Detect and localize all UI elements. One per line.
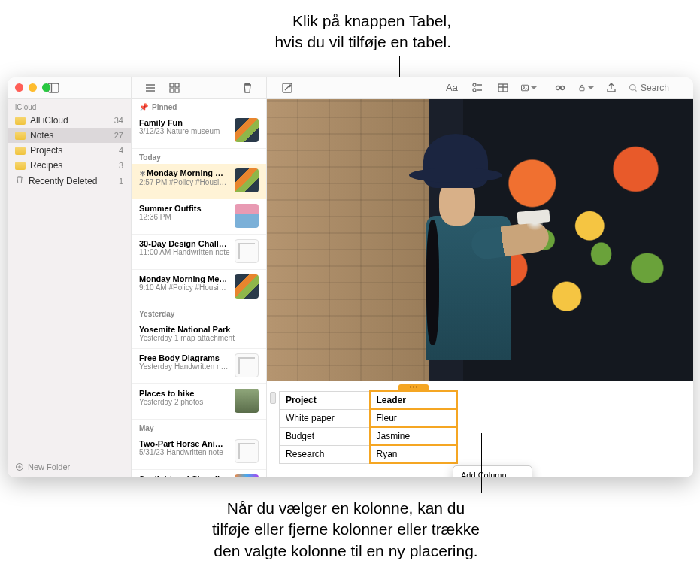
note-thumbnail: [235, 118, 259, 142]
format-button[interactable]: Aa: [444, 80, 460, 95]
table-row[interactable]: Research Ryan: [280, 445, 457, 463]
svg-rect-8: [175, 89, 179, 92]
menu-add-column-before[interactable]: Add Column Before: [453, 468, 532, 477]
note-thumbnail: [235, 239, 259, 263]
table-button[interactable]: [495, 80, 511, 95]
svg-point-10: [473, 83, 476, 86]
table-header-leader[interactable]: Leader: [370, 391, 457, 409]
callout-line-bottom: [481, 433, 482, 493]
note-title: Two-Part Horse Anima...: [139, 439, 230, 448]
folder-icon: [15, 147, 26, 155]
svg-rect-5: [170, 83, 174, 87]
table-header-project[interactable]: Project: [280, 391, 370, 409]
sidebar-item-label: Notes: [30, 130, 53, 141]
sidebar-item-label: Recipes: [30, 160, 62, 171]
folder-icon: [15, 132, 26, 140]
section-yesterday: Yesterday: [132, 305, 266, 320]
table-cell[interactable]: Budget: [280, 427, 370, 445]
svg-point-23: [630, 84, 636, 90]
folder-icon: [15, 162, 26, 170]
new-note-button[interactable]: [279, 80, 295, 95]
sidebar-item-all-icloud[interactable]: All iCloud 34: [8, 113, 131, 128]
note-item[interactable]: Places to hike Yesterday 2 photos: [132, 384, 266, 420]
svg-line-24: [635, 89, 636, 91]
table-cell[interactable]: Research: [280, 445, 370, 463]
sidebar-item-notes[interactable]: Notes 27: [8, 128, 131, 143]
table-column-handle[interactable]: [398, 384, 429, 390]
new-folder-button[interactable]: New Folder: [8, 456, 131, 477]
note-editor[interactable]: Project Leader White paper Fleur Budget …: [267, 99, 693, 477]
trash-icon: [15, 175, 24, 186]
note-list[interactable]: 📌 Pinned Family Fun 3/12/23 Nature museu…: [132, 99, 267, 477]
sidebar-item-label: All iCloud: [30, 115, 68, 126]
note-thumbnail: [235, 389, 259, 413]
note-item[interactable]: Yosemite National Park Yesterday 1 map a…: [132, 320, 266, 349]
share-button[interactable]: [603, 80, 620, 95]
note-item[interactable]: Free Body Diagrams Yesterday Handwritten…: [132, 349, 266, 384]
note-item[interactable]: Family Fun 3/12/23 Nature museum: [132, 114, 266, 149]
sidebar-item-count: 3: [119, 161, 123, 170]
note-table-area: Project Leader White paper Fleur Budget …: [267, 381, 693, 473]
note-meta: Yesterday 2 photos: [139, 398, 230, 406]
sidebar-item-count: 4: [119, 146, 123, 155]
svg-rect-6: [175, 83, 179, 87]
note-title: Sunlight and Circadian...: [139, 474, 230, 477]
note-meta: 3/12/23 Nature museum: [139, 127, 230, 135]
sidebar-item-count: 27: [114, 131, 123, 140]
media-button[interactable]: [520, 80, 537, 95]
sidebar-item-projects[interactable]: Projects 4: [8, 143, 131, 158]
fullscreen-window-button[interactable]: [42, 83, 50, 92]
note-table[interactable]: Project Leader White paper Fleur Budget …: [279, 390, 458, 464]
note-item[interactable]: Summer Outfits 12:36 PM: [132, 199, 266, 235]
table-cell[interactable]: Fleur: [370, 409, 457, 427]
table-row[interactable]: White paper Fleur: [280, 409, 457, 427]
table-row[interactable]: Budget Jasmine: [280, 427, 457, 445]
sidebar-item-recipes[interactable]: Recipes 3: [8, 158, 131, 173]
checklist-button[interactable]: [469, 80, 486, 95]
list-view-button[interactable]: [142, 80, 159, 95]
section-may: May: [132, 420, 266, 435]
svg-rect-7: [170, 89, 174, 92]
link-button[interactable]: [552, 80, 568, 95]
table-row-handle[interactable]: [270, 392, 276, 404]
sidebar-item-label: Projects: [30, 145, 62, 156]
note-meta: 12:36 PM: [139, 213, 230, 221]
note-item[interactable]: Two-Part Horse Anima... 5/31/23 Handwrit…: [132, 435, 266, 470]
sidebar: iCloud All iCloud 34 Notes 27 Projects 4…: [8, 99, 132, 477]
note-meta: 9:10 AM #Policy #Housing...: [139, 283, 230, 292]
note-item[interactable]: 30-Day Design Challen... 11:00 AM Handwr…: [132, 235, 266, 270]
note-thumbnail: [235, 474, 259, 477]
section-pinned: 📌 Pinned: [132, 99, 266, 114]
note-hero-image: [267, 99, 693, 381]
note-thumbnail: [235, 168, 259, 192]
svg-point-12: [473, 89, 476, 92]
lock-button[interactable]: [577, 80, 594, 95]
note-thumbnail: [235, 274, 259, 299]
note-meta: 11:00 AM Handwritten note: [139, 248, 230, 256]
callout-top: Klik på knappen Tabel, hvis du vil tilfø…: [135, 11, 451, 53]
table-cell[interactable]: Jasmine: [370, 427, 457, 445]
sidebar-item-count: 34: [114, 116, 123, 125]
delete-note-button[interactable]: [239, 80, 256, 95]
gallery-view-button[interactable]: [166, 80, 183, 95]
note-item[interactable]: Monday Morning Meeting 9:10 AM #Policy #…: [132, 270, 266, 305]
search-input[interactable]: [641, 83, 686, 93]
close-window-button[interactable]: [15, 83, 23, 92]
app-window: Aa iCloud All iCloud 34 Notes: [8, 77, 693, 477]
note-title: Places to hike: [139, 389, 230, 398]
sidebar-item-recently-deleted[interactable]: Recently Deleted 1: [8, 173, 131, 189]
table-cell[interactable]: Ryan: [370, 445, 457, 463]
minimize-window-button[interactable]: [29, 83, 37, 92]
search-field[interactable]: [629, 83, 686, 93]
note-item[interactable]: ∗Monday Morning Mee... 2:57 PM #Policy #…: [132, 164, 266, 199]
note-item[interactable]: Sunlight and Circadian... 5/29/23 #schoo…: [132, 470, 266, 477]
note-title: Monday Morning Meeting: [139, 274, 230, 283]
note-title: Free Body Diagrams: [139, 353, 230, 362]
note-meta: 2:57 PM #Policy #Housing...: [139, 178, 230, 186]
pin-icon: 📌: [139, 103, 148, 111]
window-controls: [15, 83, 50, 92]
note-thumbnail: [235, 353, 259, 377]
table-cell[interactable]: White paper: [280, 409, 370, 427]
search-icon: [629, 83, 638, 92]
new-folder-label: New Folder: [28, 462, 70, 471]
